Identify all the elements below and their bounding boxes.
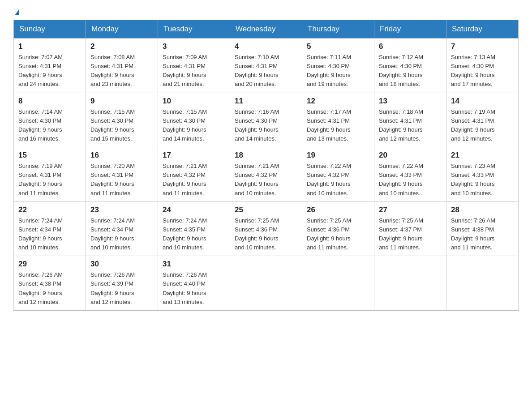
day-info: Sunrise: 7:19 AMSunset: 4:31 PMDaylight:… (451, 107, 514, 144)
calendar-cell: 29 Sunrise: 7:26 AMSunset: 4:38 PMDaylig… (14, 256, 86, 311)
day-number: 21 (451, 151, 514, 160)
day-number: 25 (235, 206, 297, 214)
col-header-tuesday: Tuesday (158, 20, 230, 39)
calendar-cell: 20 Sunrise: 7:22 AMSunset: 4:33 PMDaylig… (374, 147, 446, 202)
day-info: Sunrise: 7:22 AMSunset: 4:33 PMDaylight:… (379, 162, 442, 198)
day-number: 22 (18, 206, 81, 214)
calendar-cell: 14 Sunrise: 7:19 AMSunset: 4:31 PMDaylig… (446, 93, 519, 147)
day-number: 29 (18, 260, 81, 269)
day-info: Sunrise: 7:23 AMSunset: 4:33 PMDaylight:… (451, 162, 514, 198)
day-info: Sunrise: 7:20 AMSunset: 4:31 PMDaylight:… (90, 162, 153, 198)
day-info: Sunrise: 7:25 AMSunset: 4:37 PMDaylight:… (379, 216, 442, 253)
day-number: 20 (379, 151, 442, 160)
col-header-sunday: Sunday (14, 20, 86, 39)
calendar-table: SundayMondayTuesdayWednesdayThursdayFrid… (13, 20, 519, 311)
day-number: 31 (163, 260, 225, 269)
day-info: Sunrise: 7:09 AMSunset: 4:31 PMDaylight:… (163, 53, 225, 89)
day-info: Sunrise: 7:08 AMSunset: 4:31 PMDaylight:… (90, 53, 153, 89)
col-header-saturday: Saturday (446, 20, 519, 39)
logo (13, 9, 19, 12)
day-number: 5 (307, 42, 369, 51)
calendar-cell (302, 256, 374, 311)
col-header-monday: Monday (86, 20, 158, 39)
day-info: Sunrise: 7:10 AMSunset: 4:31 PMDaylight:… (235, 53, 297, 89)
day-info: Sunrise: 7:25 AMSunset: 4:36 PMDaylight:… (235, 216, 297, 253)
day-info: Sunrise: 7:19 AMSunset: 4:31 PMDaylight:… (18, 162, 81, 198)
calendar-cell: 6 Sunrise: 7:12 AMSunset: 4:30 PMDayligh… (374, 39, 446, 93)
calendar-cell: 26 Sunrise: 7:25 AMSunset: 4:36 PMDaylig… (302, 201, 374, 256)
day-number: 8 (18, 97, 81, 106)
calendar-cell: 28 Sunrise: 7:26 AMSunset: 4:38 PMDaylig… (446, 201, 519, 256)
calendar-cell: 24 Sunrise: 7:24 AMSunset: 4:35 PMDaylig… (158, 201, 230, 256)
calendar-cell: 1 Sunrise: 7:07 AMSunset: 4:31 PMDayligh… (14, 39, 86, 93)
calendar-cell: 25 Sunrise: 7:25 AMSunset: 4:36 PMDaylig… (230, 201, 302, 256)
day-info: Sunrise: 7:24 AMSunset: 4:35 PMDaylight:… (163, 216, 225, 253)
calendar-week-row: 29 Sunrise: 7:26 AMSunset: 4:38 PMDaylig… (14, 256, 519, 311)
logo-triangle-icon (15, 9, 19, 15)
day-number: 13 (379, 97, 442, 106)
day-info: Sunrise: 7:26 AMSunset: 4:39 PMDaylight:… (90, 270, 153, 307)
day-number: 11 (235, 97, 297, 106)
day-info: Sunrise: 7:17 AMSunset: 4:31 PMDaylight:… (307, 107, 369, 144)
day-info: Sunrise: 7:16 AMSunset: 4:30 PMDaylight:… (235, 107, 297, 144)
day-number: 24 (163, 206, 225, 214)
calendar-cell: 19 Sunrise: 7:22 AMSunset: 4:32 PMDaylig… (302, 147, 374, 202)
calendar-cell: 7 Sunrise: 7:13 AMSunset: 4:30 PMDayligh… (446, 39, 519, 93)
page-header (13, 9, 519, 12)
day-info: Sunrise: 7:07 AMSunset: 4:31 PMDaylight:… (18, 53, 81, 89)
day-number: 12 (307, 97, 369, 106)
day-number: 14 (451, 97, 514, 106)
calendar-week-row: 22 Sunrise: 7:24 AMSunset: 4:34 PMDaylig… (14, 201, 519, 256)
calendar-week-row: 1 Sunrise: 7:07 AMSunset: 4:31 PMDayligh… (14, 39, 519, 93)
day-number: 23 (90, 206, 153, 214)
calendar-header-row: SundayMondayTuesdayWednesdayThursdayFrid… (14, 20, 519, 39)
calendar-cell: 13 Sunrise: 7:18 AMSunset: 4:31 PMDaylig… (374, 93, 446, 147)
calendar-cell (230, 256, 302, 311)
day-number: 26 (307, 206, 369, 214)
day-number: 10 (163, 97, 225, 106)
calendar-week-row: 8 Sunrise: 7:14 AMSunset: 4:30 PMDayligh… (14, 93, 519, 147)
day-number: 9 (90, 97, 153, 106)
calendar-cell: 9 Sunrise: 7:15 AMSunset: 4:30 PMDayligh… (86, 93, 158, 147)
day-number: 4 (235, 42, 297, 51)
calendar-cell: 23 Sunrise: 7:24 AMSunset: 4:34 PMDaylig… (86, 201, 158, 256)
day-number: 7 (451, 42, 514, 51)
day-info: Sunrise: 7:11 AMSunset: 4:30 PMDaylight:… (307, 53, 369, 89)
col-header-friday: Friday (374, 20, 446, 39)
day-number: 30 (90, 260, 153, 269)
calendar-cell: 8 Sunrise: 7:14 AMSunset: 4:30 PMDayligh… (14, 93, 86, 147)
calendar-cell: 12 Sunrise: 7:17 AMSunset: 4:31 PMDaylig… (302, 93, 374, 147)
calendar-cell: 11 Sunrise: 7:16 AMSunset: 4:30 PMDaylig… (230, 93, 302, 147)
day-info: Sunrise: 7:21 AMSunset: 4:32 PMDaylight:… (163, 162, 225, 198)
day-number: 2 (90, 42, 153, 51)
day-info: Sunrise: 7:13 AMSunset: 4:30 PMDaylight:… (451, 53, 514, 89)
day-number: 28 (451, 206, 514, 214)
day-number: 1 (18, 42, 81, 51)
calendar-cell: 4 Sunrise: 7:10 AMSunset: 4:31 PMDayligh… (230, 39, 302, 93)
calendar-cell: 10 Sunrise: 7:15 AMSunset: 4:30 PMDaylig… (158, 93, 230, 147)
calendar-cell: 17 Sunrise: 7:21 AMSunset: 4:32 PMDaylig… (158, 147, 230, 202)
day-info: Sunrise: 7:25 AMSunset: 4:36 PMDaylight:… (307, 216, 369, 253)
day-info: Sunrise: 7:24 AMSunset: 4:34 PMDaylight:… (18, 216, 81, 253)
day-number: 17 (163, 151, 225, 160)
day-number: 27 (379, 206, 442, 214)
day-number: 16 (90, 151, 153, 160)
calendar-cell (374, 256, 446, 311)
calendar-cell: 16 Sunrise: 7:20 AMSunset: 4:31 PMDaylig… (86, 147, 158, 202)
day-number: 19 (307, 151, 369, 160)
calendar-cell: 30 Sunrise: 7:26 AMSunset: 4:39 PMDaylig… (86, 256, 158, 311)
day-info: Sunrise: 7:15 AMSunset: 4:30 PMDaylight:… (90, 107, 153, 144)
col-header-thursday: Thursday (302, 20, 374, 39)
calendar-cell: 3 Sunrise: 7:09 AMSunset: 4:31 PMDayligh… (158, 39, 230, 93)
calendar-cell: 18 Sunrise: 7:21 AMSunset: 4:32 PMDaylig… (230, 147, 302, 202)
calendar-cell: 21 Sunrise: 7:23 AMSunset: 4:33 PMDaylig… (446, 147, 519, 202)
calendar-cell: 2 Sunrise: 7:08 AMSunset: 4:31 PMDayligh… (86, 39, 158, 93)
day-info: Sunrise: 7:21 AMSunset: 4:32 PMDaylight:… (235, 162, 297, 198)
day-info: Sunrise: 7:26 AMSunset: 4:38 PMDaylight:… (451, 216, 514, 253)
day-info: Sunrise: 7:24 AMSunset: 4:34 PMDaylight:… (90, 216, 153, 253)
day-info: Sunrise: 7:12 AMSunset: 4:30 PMDaylight:… (379, 53, 442, 89)
day-info: Sunrise: 7:18 AMSunset: 4:31 PMDaylight:… (379, 107, 442, 144)
day-info: Sunrise: 7:14 AMSunset: 4:30 PMDaylight:… (18, 107, 81, 144)
calendar-week-row: 15 Sunrise: 7:19 AMSunset: 4:31 PMDaylig… (14, 147, 519, 202)
calendar-cell: 5 Sunrise: 7:11 AMSunset: 4:30 PMDayligh… (302, 39, 374, 93)
